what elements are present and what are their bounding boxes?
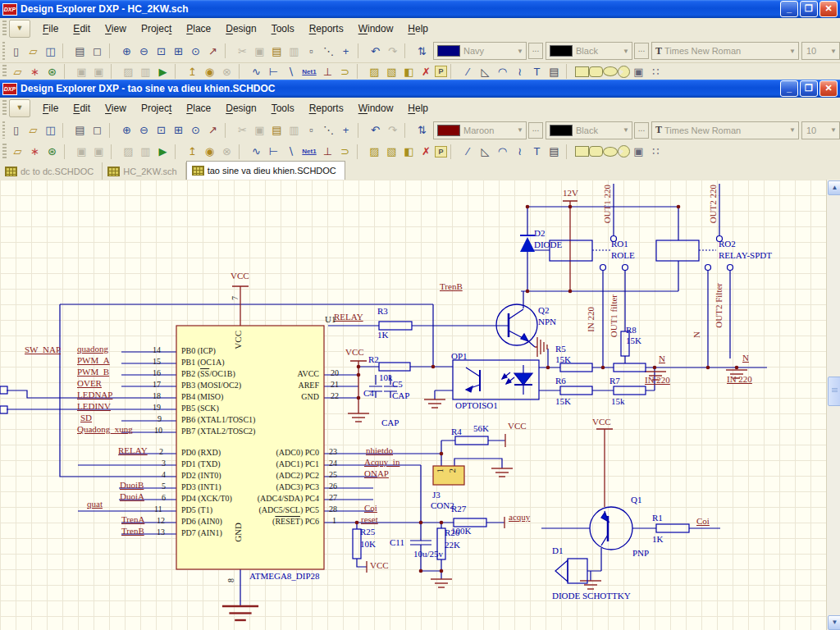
place-bezier-icon[interactable]: ≀	[511, 64, 528, 80]
window2-text-color-combo[interactable]: Black▼	[546, 121, 632, 139]
open-document-icon[interactable]: ▱	[25, 122, 42, 138]
scroll-down-button[interactable]: ▼	[828, 615, 840, 630]
tab-dc-to-dc-schdoc[interactable]: dc to dc.SCHDOC	[0, 162, 103, 180]
place-text-icon[interactable]: T	[528, 144, 546, 159]
window1-color-more-button[interactable]: ...	[528, 43, 543, 59]
place-line-icon[interactable]: ∕	[459, 144, 477, 159]
schematic-label[interactable]: TrenB	[121, 527, 144, 536]
schematic-label[interactable]: AREF	[298, 381, 319, 390]
zoom-document-icon[interactable]: ⊞	[170, 122, 187, 138]
schematic-label[interactable]: D1	[552, 546, 563, 555]
window1-wire-color-combo[interactable]: Navy▼	[433, 42, 527, 60]
place-parameter-icon[interactable]: P	[435, 146, 447, 158]
place-round-rectangle-icon[interactable]	[589, 146, 603, 157]
place-text-frame-icon[interactable]: ▤	[546, 144, 563, 159]
place-array-icon[interactable]: ∷	[647, 64, 664, 80]
schematic-label[interactable]: 10K	[360, 540, 376, 549]
place-bus-entry-icon[interactable]: ∖	[282, 144, 299, 159]
place-net-label-icon[interactable]: Net1	[299, 64, 319, 80]
schematic-label[interactable]: C4	[363, 389, 374, 398]
tab-tao-sine-va-dieu-khien-schdoc[interactable]: tao sine va dieu khien.SCHDOC	[186, 161, 345, 180]
restore-button[interactable]: ❐	[800, 80, 818, 97]
print-icon[interactable]: ▤	[71, 122, 89, 138]
schematic-label[interactable]: 20	[331, 368, 339, 377]
zoom-document-icon[interactable]: ⊞	[170, 43, 187, 59]
schematic-canvas[interactable]: VCC12VVCCVCCVCCVCCNNIN 220IN 220acquyCoi…	[0, 180, 826, 630]
schematic-label[interactable]: PD0 (RXD)	[181, 448, 221, 457]
save-project-icon[interactable]: ⊛	[43, 64, 61, 80]
place-bus-icon[interactable]: ⊢	[265, 64, 282, 80]
schematic-label[interactable]: R2	[368, 355, 379, 364]
schematic-label[interactable]: R7	[609, 377, 620, 386]
schematic-label[interactable]: NPN	[538, 317, 556, 326]
schematic-label[interactable]: PB6 (XTAL1/TOSC1)	[181, 415, 255, 424]
schematic-label[interactable]: (RESET) PC6	[272, 517, 319, 526]
place-port-icon[interactable]: ◧	[400, 64, 418, 80]
toolbar-gripper[interactable]	[2, 65, 7, 78]
schematic-label[interactable]: PD6 (AIN0)	[181, 517, 222, 526]
place-port-icon[interactable]: ◧	[400, 144, 418, 159]
menu-tools[interactable]: Tools	[264, 21, 302, 37]
place-parameter-icon[interactable]: P	[435, 66, 447, 77]
place-line-icon[interactable]: ∕	[459, 64, 477, 80]
schematic-label[interactable]: LEDINV	[77, 402, 111, 411]
place-polygon-icon[interactable]: ◺	[477, 144, 494, 159]
toolbar-gripper[interactable]	[2, 42, 5, 60]
schematic-label[interactable]: ROLE	[611, 251, 635, 260]
place-wire-icon[interactable]: ∿	[248, 144, 265, 159]
menu-edit[interactable]: Edit	[66, 21, 98, 37]
move-up-down-icon[interactable]: ⇅	[413, 43, 431, 59]
print-preview-icon[interactable]: ◻	[89, 43, 106, 59]
schematic-label[interactable]: OUT1 filter	[609, 294, 619, 337]
schematic-label[interactable]: DIODE	[534, 240, 562, 249]
schematic-label[interactable]: 15k	[611, 397, 625, 406]
schematic-label[interactable]: PB4 (MISO)	[181, 392, 223, 401]
schematic-label[interactable]: PB1 (OC1A)	[181, 358, 225, 367]
schematic-label[interactable]: (ADC2) PC2	[276, 471, 319, 480]
vcc-port[interactable]: VCC	[508, 422, 527, 431]
schematic-label[interactable]: OUT1 220	[602, 185, 612, 223]
schematic-label[interactable]: AVCC	[298, 369, 320, 378]
zoom-out-icon[interactable]: ⊖	[135, 122, 153, 138]
menu-file[interactable]: File	[35, 21, 66, 37]
menu-tools[interactable]: Tools	[264, 100, 302, 116]
schematic-label[interactable]: 2	[447, 468, 457, 473]
place-power-port-icon[interactable]: ⊥	[319, 64, 336, 80]
zoom-selection-icon[interactable]: ⊙	[187, 43, 204, 59]
window2-font-size-combo[interactable]: 10▼	[801, 121, 840, 139]
schematic-label[interactable]: 10k	[379, 373, 393, 382]
open-any-document-icon[interactable]: ▱	[9, 144, 26, 159]
schematic-label[interactable]: 22K	[445, 541, 460, 550]
schematic-label[interactable]: TrenA	[121, 515, 144, 524]
schematic-label[interactable]: (ADC5/SCL) PC5	[258, 505, 319, 514]
schematic-label[interactable]: DuoiA	[120, 492, 144, 501]
schematic-label[interactable]: 1K	[377, 331, 388, 340]
schematic-label[interactable]: Coi	[696, 517, 710, 526]
print-icon[interactable]: ▤	[71, 43, 89, 59]
schematic-label[interactable]: OVER	[77, 379, 102, 388]
window1-titlebar[interactable]: DXP Design Explorer DXP - HC_2KW.sch _❐✕	[0, 0, 840, 18]
restore-button[interactable]: ❐	[800, 1, 818, 17]
schematic-label[interactable]: (ADC4/SDA) PC4	[258, 494, 319, 503]
schematic-label[interactable]: PB5 (SCK)	[181, 404, 219, 413]
schematic-label[interactable]: PWM_A	[77, 356, 110, 365]
place-sheet-symbol-icon[interactable]: ▨	[366, 144, 383, 159]
ic-part-name[interactable]: ATMEGA8_DIP28	[249, 572, 320, 581]
schematic-label[interactable]: R3	[377, 307, 388, 316]
schematic-label[interactable]: 22	[331, 391, 339, 400]
schematic-label[interactable]: 14	[153, 345, 161, 354]
move-up-down-icon[interactable]: ⇅	[413, 122, 431, 138]
scrollbar-thumb[interactable]	[828, 377, 840, 406]
schematic-label[interactable]: 3	[162, 459, 166, 468]
ic-designator[interactable]: U1	[325, 315, 336, 324]
menu-design[interactable]: Design	[218, 21, 263, 37]
window2-font-combo[interactable]: T Times New Roman▼	[651, 121, 799, 139]
menu-edit[interactable]: Edit	[66, 100, 98, 116]
place-ellipse-icon[interactable]	[603, 147, 618, 157]
schematic-label[interactable]: RO1	[611, 240, 628, 249]
vcc-port[interactable]: VCC	[370, 561, 389, 570]
system-menu-button[interactable]: ▼	[9, 20, 30, 38]
project-compile-icon[interactable]: ◉	[201, 64, 218, 80]
schematic-label[interactable]: PB3 (MOSI/OC2)	[181, 381, 241, 390]
place-sheet-entry-icon[interactable]: ▧	[383, 64, 400, 80]
